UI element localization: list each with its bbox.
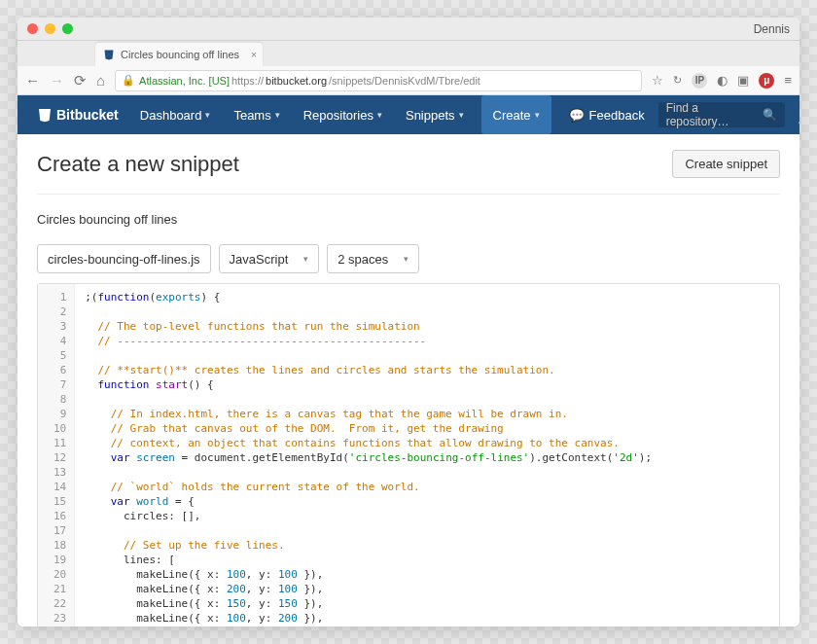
create-button[interactable]: Create▾ xyxy=(481,95,551,134)
tab-bar: Circles bouncing off lines × xyxy=(18,41,799,66)
chevron-down-icon: ▾ xyxy=(303,254,308,264)
feedback-button[interactable]: 💬 Feedback xyxy=(559,108,655,123)
notifications-icon[interactable]: 🔔▾ xyxy=(799,100,799,129)
repo-search-input[interactable]: Find a repository… 🔍 xyxy=(658,102,785,127)
page-header: Create a new snippet Create snippet xyxy=(37,150,780,195)
page-title: Create a new snippet xyxy=(37,152,239,177)
browser-tab[interactable]: Circles bouncing off lines × xyxy=(95,43,263,66)
reload-icon[interactable]: ⟳ xyxy=(74,72,87,89)
forward-icon[interactable]: → xyxy=(50,72,64,89)
extension-icon[interactable]: ◐ xyxy=(717,73,728,88)
back-icon[interactable]: ← xyxy=(25,72,40,89)
close-window-icon[interactable] xyxy=(27,23,38,34)
indent-dropdown[interactable]: 2 spaces▾ xyxy=(327,244,419,273)
create-snippet-button[interactable]: Create snippet xyxy=(672,150,780,178)
chevron-down-icon: ▾ xyxy=(205,110,210,120)
sync-icon[interactable]: ↻ xyxy=(673,74,682,87)
browser-window: Dennis Circles bouncing off lines × ← → … xyxy=(18,18,799,626)
minimize-window-icon[interactable] xyxy=(45,23,55,34)
titlebar: Dennis xyxy=(18,18,799,41)
speech-bubble-icon: 💬 xyxy=(569,108,585,123)
search-placeholder: Find a repository… xyxy=(666,101,760,128)
nav-dashboard[interactable]: Dashboard▾ xyxy=(130,95,221,134)
search-icon: 🔍 xyxy=(763,108,777,122)
extension-icon[interactable]: IP xyxy=(692,73,707,89)
nav-teams[interactable]: Teams▾ xyxy=(224,95,289,134)
chevron-down-icon: ▾ xyxy=(459,110,464,120)
snippet-title: Circles bouncing off lines xyxy=(37,212,780,227)
chevron-down-icon: ▾ xyxy=(535,110,540,120)
url-path: /snippets/DennisKvdM/Tbre/edit xyxy=(329,75,480,87)
close-tab-icon[interactable]: × xyxy=(251,49,257,60)
url-host: bitbucket.org xyxy=(266,75,327,87)
star-icon[interactable]: ☆ xyxy=(652,73,663,88)
lock-icon: 🔒 xyxy=(122,74,135,87)
tab-title: Circles bouncing off lines xyxy=(121,49,239,60)
editor-toolbar: circles-bouncing-off-lines.js JavaScript… xyxy=(37,244,780,273)
chevron-down-icon: ▾ xyxy=(377,110,382,120)
chevron-down-icon: ▾ xyxy=(404,254,408,264)
profile-name[interactable]: Dennis xyxy=(754,22,790,36)
url-scheme: https:// xyxy=(231,75,264,87)
url-org: Atlassian, Inc. [US] xyxy=(139,75,230,87)
app-navbar: Bitbucket Dashboard▾ Teams▾ Repositories… xyxy=(18,95,799,134)
code-area[interactable]: ;(function(exports) { // The top-level f… xyxy=(75,284,779,626)
bitbucket-logo-icon xyxy=(37,107,53,123)
page-content: Create a new snippet Create snippet Circ… xyxy=(18,134,799,626)
extension-icon[interactable]: ▣ xyxy=(737,73,749,88)
window-controls xyxy=(27,23,73,34)
menu-icon[interactable]: ≡ xyxy=(784,73,792,88)
brand-logo[interactable]: Bitbucket xyxy=(37,107,119,123)
chevron-down-icon: ▾ xyxy=(275,110,280,120)
nav-repositories[interactable]: Repositories▾ xyxy=(294,95,392,134)
language-dropdown[interactable]: JavaScript▾ xyxy=(219,244,320,273)
nav-snippets[interactable]: Snippets▾ xyxy=(396,95,474,134)
filename-input[interactable]: circles-bouncing-off-lines.js xyxy=(37,244,211,273)
extension-icon[interactable]: μ xyxy=(759,73,774,89)
code-editor[interactable]: 1234567891011121314151617181920212223242… xyxy=(37,283,780,626)
bitbucket-favicon-icon xyxy=(103,49,115,60)
maximize-window-icon[interactable] xyxy=(62,23,73,34)
brand-name: Bitbucket xyxy=(56,107,119,123)
address-bar[interactable]: 🔒 Atlassian, Inc. [US] https://bitbucket… xyxy=(115,70,642,91)
url-bar: ← → ⟳ ⌂ 🔒 Atlassian, Inc. [US] https://b… xyxy=(18,66,799,95)
line-gutter: 1234567891011121314151617181920212223242… xyxy=(38,284,75,626)
home-icon[interactable]: ⌂ xyxy=(96,72,105,89)
